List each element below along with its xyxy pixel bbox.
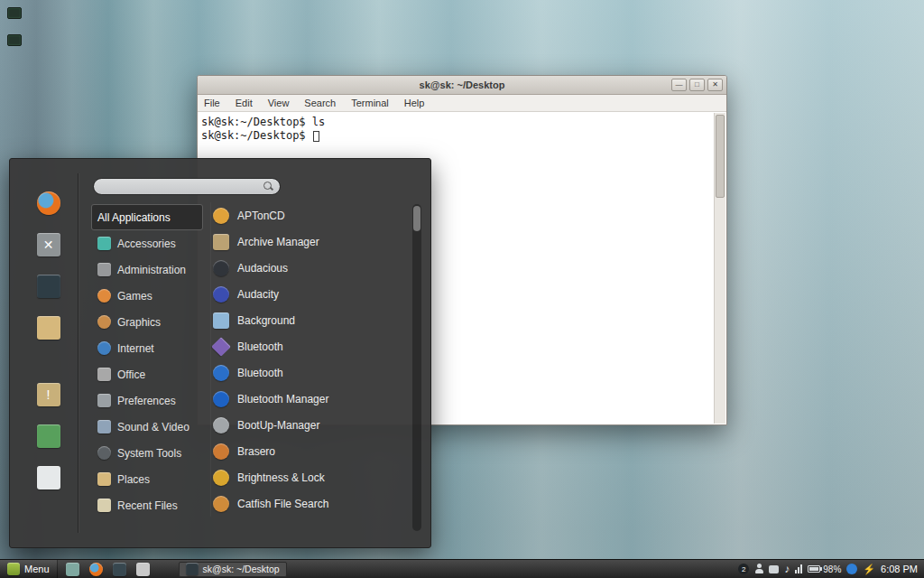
sound-video-icon	[97, 420, 111, 434]
bluetooth-icon	[211, 337, 231, 357]
app-audacious[interactable]: Audacious	[213, 255, 412, 281]
system-tools-favorite-button[interactable]: ✕	[31, 231, 67, 258]
mobile-device-favorite-button[interactable]	[31, 464, 67, 491]
terminal-launcher-button[interactable]	[112, 561, 128, 577]
application-label: Background	[237, 314, 295, 327]
app-audacity[interactable]: Audacity	[213, 281, 412, 307]
menubar-item-view[interactable]: View	[268, 98, 290, 108]
panel-launchers	[65, 561, 152, 577]
application-label: Bluetooth	[237, 340, 283, 353]
category-preferences[interactable]: Preferences	[91, 387, 203, 414]
terminal-titlebar[interactable]: sk@sk: ~/Desktop — □ ✕	[198, 76, 726, 95]
menu-scrollbar-thumb[interactable]	[413, 206, 420, 231]
files-launcher-button[interactable]	[135, 561, 152, 577]
software-manager-favorite-button[interactable]	[31, 423, 67, 450]
terminal-command	[306, 129, 312, 142]
menu-button[interactable]: Menu	[0, 560, 58, 578]
category-office[interactable]: Office	[91, 361, 203, 387]
menubar-item-file[interactable]: File	[204, 98, 220, 108]
application-label: Bluetooth	[237, 367, 283, 379]
show-desktop-icon	[66, 563, 79, 576]
window-title: sk@sk: ~/Desktop	[198, 79, 726, 90]
application-list: APTonCDArchive ManagerAudaciousAudacityB…	[210, 202, 412, 517]
menubar-item-edit[interactable]: Edit	[236, 98, 253, 108]
search-box[interactable]	[93, 178, 281, 195]
volume-applet[interactable]: ♪	[784, 563, 790, 575]
menu-button-label: Menu	[24, 564, 50, 574]
category-places[interactable]: Places	[91, 466, 203, 492]
files-favorite-button[interactable]	[31, 314, 67, 341]
bootup-manager-icon	[213, 417, 229, 434]
app-bootup-manager[interactable]: BootUp-Manager	[213, 412, 412, 438]
battery-applet[interactable]: 98%	[808, 564, 841, 574]
desktop-icon-2[interactable]	[7, 34, 22, 46]
category-label: Internet	[117, 342, 154, 355]
search-icon	[263, 182, 273, 191]
category-internet[interactable]: Internet	[91, 335, 203, 361]
app-bluetooth-manager[interactable]: Bluetooth Manager	[213, 386, 412, 412]
bluetooth-applet[interactable]	[846, 564, 857, 574]
app-brasero[interactable]: Brasero	[213, 438, 412, 464]
category-games[interactable]: Games	[91, 283, 203, 309]
accessories-icon	[97, 237, 111, 250]
app-background[interactable]: Background	[213, 307, 412, 333]
close-button[interactable]: ✕	[707, 79, 723, 91]
person-body	[755, 569, 763, 573]
indicator-messages[interactable]: 2	[738, 564, 749, 574]
firefox-favorite-button[interactable]	[31, 190, 67, 217]
menu-scrollbar[interactable]	[412, 204, 421, 531]
display-favorite-button[interactable]	[31, 273, 67, 300]
category-label: Sound & Video	[117, 421, 189, 434]
battery-icon	[808, 565, 820, 573]
category-recent-files[interactable]: Recent Files	[91, 492, 203, 518]
maximize-button[interactable]: □	[689, 79, 705, 91]
menubar-item-search[interactable]: Search	[304, 98, 336, 108]
terminal-command: ls	[306, 116, 326, 128]
app-bluetooth[interactable]: Bluetooth	[213, 333, 412, 359]
category-accessories[interactable]: Accessories	[91, 230, 203, 256]
power-applet[interactable]: ⚡	[863, 564, 875, 575]
app-brightness-lock[interactable]: Brightness & Lock	[213, 464, 412, 490]
search-input[interactable]	[100, 182, 263, 192]
internet-icon	[97, 341, 111, 355]
terminal-prompt: sk@sk:~/Desktop$	[201, 116, 306, 128]
desktop: sk@sk: ~/Desktop — □ ✕ FileEditViewSearc…	[0, 0, 924, 578]
app-bluetooth-2[interactable]: Bluetooth	[213, 359, 412, 386]
terminal-scrollbar[interactable]	[714, 113, 725, 424]
category-graphics[interactable]: Graphics	[91, 309, 203, 335]
category-system-tools[interactable]: System Tools	[91, 440, 203, 466]
menubar-item-terminal[interactable]: Terminal	[351, 98, 389, 108]
taskbar-label: sk@sk: ~/Desktop	[203, 564, 280, 574]
system-tools-category-icon	[97, 446, 111, 460]
app-aptoncd[interactable]: APTonCD	[213, 202, 412, 228]
update-manager-favorite-button[interactable]: !	[31, 381, 67, 408]
category-sound-video[interactable]: Sound & Video	[91, 414, 203, 440]
minimize-button[interactable]: —	[671, 79, 687, 91]
catfish-icon	[213, 496, 229, 512]
taskbar-item-terminal[interactable]: sk@sk: ~/Desktop	[179, 562, 287, 577]
app-archive-manager[interactable]: Archive Manager	[213, 228, 412, 255]
battery-level	[809, 567, 818, 571]
show-desktop-button[interactable]	[65, 561, 81, 577]
files-icon	[37, 316, 60, 340]
terminal-scrollbar-thumb[interactable]	[716, 115, 725, 198]
app-catfish-file-search[interactable]: Catfish File Search	[213, 490, 412, 517]
office-icon	[97, 368, 111, 381]
display-icon	[37, 275, 60, 298]
user-applet[interactable]	[754, 564, 763, 574]
menubar-item-help[interactable]: Help	[404, 98, 425, 108]
panel-tray: 2♪98%⚡	[738, 563, 879, 575]
firefox-launcher-icon	[89, 563, 103, 576]
application-menu: ✕! All ApplicationsAccessoriesAdministra…	[9, 158, 431, 548]
category-administration[interactable]: Administration	[91, 256, 203, 283]
category-label: All Applications	[97, 211, 171, 224]
application-label: Brightness & Lock	[237, 471, 325, 484]
administration-icon	[97, 263, 111, 276]
archive-manager-icon	[213, 234, 229, 250]
display-applet[interactable]	[769, 565, 779, 573]
audacity-icon	[213, 286, 229, 303]
firefox-launcher-button[interactable]	[88, 561, 105, 577]
category-all-applications[interactable]: All Applications	[91, 204, 203, 230]
desktop-icon-1[interactable]	[7, 7, 22, 19]
network-applet[interactable]	[795, 564, 802, 573]
